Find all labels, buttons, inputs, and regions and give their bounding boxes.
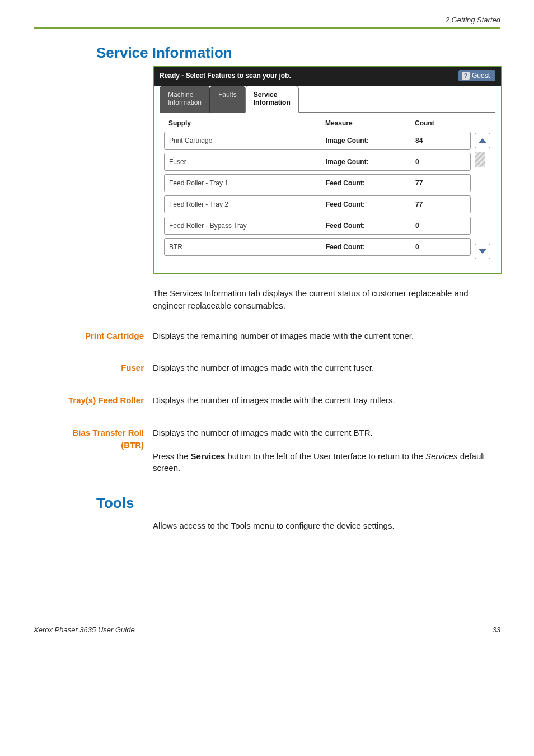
cell-supply: Fuser [169, 158, 326, 166]
chevron-up-icon [479, 138, 486, 143]
cell-measure: Feed Count: [326, 243, 415, 251]
header-supply: Supply [168, 119, 325, 127]
supply-table-header: Supply Measure Count [164, 117, 491, 132]
tab-label-line: Machine [168, 91, 202, 99]
tab-machine-information[interactable]: Machine Information [160, 86, 210, 113]
cell-supply: Feed Roller - Tray 1 [169, 179, 326, 187]
tab-label-line: Service [254, 91, 291, 99]
intro-paragraph: The Services Information tab displays th… [153, 287, 500, 312]
definition-body: Displays the remaining number of images … [153, 330, 500, 342]
cell-count: 77 [415, 200, 466, 208]
definition-label: Print Cartridge [34, 330, 153, 342]
scroll-down-button[interactable] [475, 244, 490, 259]
tab-label-line: Information [168, 99, 202, 106]
definition-label: Tray(s) Feed Roller [34, 394, 153, 407]
cell-supply: Feed Roller - Tray 2 [169, 200, 326, 208]
section-title-service-information: Service Information [96, 44, 500, 62]
text-fragment: Press the [153, 451, 191, 461]
device-screenshot: Ready - Select Features to scan your job… [153, 66, 502, 274]
chevron-down-icon [479, 249, 486, 254]
tab-faults[interactable]: Faults [210, 86, 245, 113]
page-footer: Xerox Phaser 3635 User Guide 33 [34, 626, 500, 634]
section-title-tools: Tools [96, 494, 500, 512]
page-header-right: 2 Getting Started [34, 16, 500, 27]
footer-page-number: 33 [493, 626, 500, 634]
cell-supply: Print Cartridge [169, 137, 326, 144]
supply-rows: Print Cartridge Image Count: 84 Fuser Im… [164, 132, 471, 259]
definition-tray-feed-roller: Tray(s) Feed Roller Displays the number … [34, 394, 500, 407]
table-row[interactable]: BTR Feed Count: 0 [164, 238, 471, 256]
tab-row: Machine Information Faults Service Infor… [160, 86, 495, 113]
table-row[interactable]: Feed Roller - Tray 2 Feed Count: 77 [164, 195, 471, 213]
top-divider [34, 27, 500, 29]
guest-login-button[interactable]: ? Guest [458, 70, 495, 81]
header-measure: Measure [325, 119, 415, 127]
cell-count: 0 [415, 243, 466, 251]
cell-count: 0 [415, 222, 466, 230]
tab-label-line: Information [254, 99, 291, 106]
table-row[interactable]: Feed Roller - Tray 1 Feed Count: 77 [164, 174, 471, 192]
device-topbar: Ready - Select Features to scan your job… [154, 67, 501, 87]
table-row[interactable]: Feed Roller - Bypass Tray Feed Count: 0 [164, 217, 471, 235]
definition-body: Displays the number of images made with … [153, 427, 500, 474]
guest-label: Guest [472, 72, 490, 80]
table-row[interactable]: Fuser Image Count: 0 [164, 153, 471, 171]
tab-label-line [218, 99, 237, 106]
definition-body-line: Displays the number of images made with … [153, 427, 500, 439]
text-fragment: button to the left of the User Interface… [225, 451, 425, 461]
footer-left: Xerox Phaser 3635 User Guide [34, 626, 135, 634]
cell-measure: Feed Count: [326, 179, 415, 187]
cell-measure: Feed Count: [326, 200, 415, 208]
definition-print-cartridge: Print Cartridge Displays the remaining n… [34, 330, 500, 342]
cell-measure: Image Count: [326, 137, 415, 144]
cell-count: 84 [415, 137, 466, 144]
definition-label: Bias Transfer Roll (BTR) [34, 427, 153, 474]
definition-label-line: Bias Transfer Roll [72, 428, 144, 437]
tab-label-line: Faults [218, 91, 237, 99]
definition-body: Displays the number of images made with … [153, 362, 500, 374]
table-row[interactable]: Print Cartridge Image Count: 84 [164, 132, 471, 150]
cell-count: 0 [415, 158, 466, 166]
definition-label: Fuser [34, 362, 153, 374]
tools-paragraph: Allows access to the Tools menu to confi… [153, 520, 500, 532]
tab-service-information[interactable]: Service Information [245, 86, 299, 113]
cell-supply: Feed Roller - Bypass Tray [169, 222, 326, 230]
scroll-up-button[interactable] [475, 133, 490, 148]
scrollbar-thumb[interactable] [475, 152, 485, 167]
cell-measure: Feed Count: [326, 222, 415, 230]
definition-bias-transfer-roll: Bias Transfer Roll (BTR) Displays the nu… [34, 427, 500, 474]
definition-fuser: Fuser Displays the number of images made… [34, 362, 500, 374]
cell-count: 77 [415, 179, 466, 187]
definition-label-line: (BTR) [121, 440, 144, 450]
ready-status-text: Ready - Select Features to scan your job… [160, 72, 291, 80]
definition-body-line: Press the Services button to the left of… [153, 450, 500, 475]
cell-supply: BTR [169, 243, 326, 251]
bottom-divider [34, 622, 500, 622]
services-bold: Services [191, 451, 226, 461]
cell-measure: Image Count: [326, 158, 415, 166]
services-italic: Services [425, 451, 458, 461]
definition-body: Displays the number of images made with … [153, 394, 500, 407]
header-count: Count [415, 119, 465, 127]
help-icon: ? [462, 72, 470, 80]
